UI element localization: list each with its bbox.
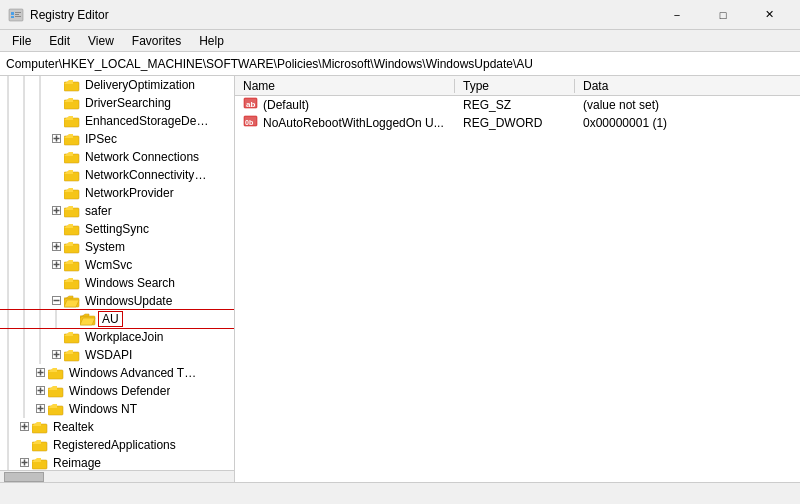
tree-label: Reimage [51, 456, 101, 470]
svg-text:0b: 0b [245, 119, 253, 126]
menu-view[interactable]: View [80, 32, 122, 50]
tree-label: Network Connections [83, 150, 199, 164]
tree-item-delivery[interactable]: DeliveryOptimization [0, 76, 234, 94]
address-bar: Computer\HKEY_LOCAL_MACHINE\SOFTWARE\Pol… [0, 52, 800, 76]
tree-item-wsdapi[interactable]: WSDAPI [0, 346, 234, 364]
tree-item-workplacejoin[interactable]: WorkplaceJoin [0, 328, 234, 346]
app-icon [8, 7, 24, 23]
folder-icon [64, 348, 80, 362]
tree-label: safer [83, 204, 112, 218]
folder-icon [64, 186, 80, 200]
svg-rect-5 [15, 16, 21, 17]
tree-label: System [83, 240, 125, 254]
folder-icon [64, 276, 80, 290]
folder-icon [80, 312, 96, 326]
tree-label: SettingSync [83, 222, 149, 236]
svg-rect-4 [15, 14, 19, 15]
folder-icon [64, 150, 80, 164]
tree-item-driver[interactable]: DriverSearching [0, 94, 234, 112]
tree-label: WSDAPI [83, 348, 132, 362]
tree-label: Windows Search [83, 276, 175, 290]
cell-name: ab (Default) [235, 96, 455, 113]
folder-icon [32, 438, 48, 452]
tree-item-netprovider[interactable]: NetworkProvider [0, 184, 234, 202]
tree-item-enhanced[interactable]: EnhancedStorageDevices [0, 112, 234, 130]
maximize-button[interactable]: □ [700, 0, 746, 30]
tree-label: WcmSvc [83, 258, 132, 272]
folder-icon [32, 456, 48, 470]
tree-label: Windows Defender [67, 384, 170, 398]
folder-icon [64, 78, 80, 92]
tree-label: DeliveryOptimization [83, 78, 195, 92]
tree-item-reimage[interactable]: Reimage [0, 454, 234, 470]
tree-item-winnt[interactable]: Windows NT [0, 400, 234, 418]
reg-value-icon: 0b [243, 114, 259, 131]
table-row[interactable]: ab (Default)REG_SZ(value not set) [235, 96, 800, 114]
tree-horizontal-scrollbar[interactable] [0, 470, 234, 482]
tree-item-wcmsvc[interactable]: WcmSvc [0, 256, 234, 274]
svg-rect-3 [15, 12, 21, 13]
folder-icon [48, 402, 64, 416]
tree-item-winsearch[interactable]: Windows Search [0, 274, 234, 292]
tree-item-au[interactable]: AU [0, 310, 234, 328]
tree-item-regapps[interactable]: RegisteredApplications [0, 436, 234, 454]
tree-item-windefender[interactable]: Windows Defender [0, 382, 234, 400]
folder-icon [64, 204, 80, 218]
tree-label: EnhancedStorageDevices [83, 114, 213, 128]
menu-bar: File Edit View Favorites Help [0, 30, 800, 52]
address-path: Computer\HKEY_LOCAL_MACHINE\SOFTWARE\Pol… [6, 57, 533, 71]
table-body: ab (Default)REG_SZ(value not set) 0b NoA… [235, 96, 800, 132]
tree-label: WindowsUpdate [83, 294, 172, 308]
value-name: (Default) [263, 98, 309, 112]
header-name: Name [235, 79, 455, 93]
cell-data: (value not set) [575, 98, 800, 112]
right-panel: Name Type Data ab (Default)REG_SZ(value … [235, 76, 800, 482]
title-bar: Registry Editor − □ ✕ [0, 0, 800, 30]
main-content: DeliveryOptimization DriverSearching Enh… [0, 76, 800, 482]
title-left: Registry Editor [8, 7, 109, 23]
menu-file[interactable]: File [4, 32, 39, 50]
folder-icon [64, 168, 80, 182]
tree-item-system[interactable]: System [0, 238, 234, 256]
tree-content[interactable]: DeliveryOptimization DriverSearching Enh… [0, 76, 234, 470]
tree-item-netconnstatus[interactable]: NetworkConnectivityStatusIn... [0, 166, 234, 184]
folder-icon [64, 258, 80, 272]
tree-item-netconn[interactable]: Network Connections [0, 148, 234, 166]
tree-panel: DeliveryOptimization DriverSearching Enh… [0, 76, 235, 482]
folder-icon [48, 366, 64, 380]
cell-name: 0b NoAutoRebootWithLoggedOn U... [235, 114, 455, 131]
tree-item-realtek[interactable]: Realtek [0, 418, 234, 436]
tree-label: IPSec [83, 132, 117, 146]
folder-icon [64, 114, 80, 128]
tree-label: NetworkProvider [83, 186, 174, 200]
folder-icon [64, 330, 80, 344]
table-header: Name Type Data [235, 76, 800, 96]
table-row[interactable]: 0b NoAutoRebootWithLoggedOn U...REG_DWOR… [235, 114, 800, 132]
folder-icon [32, 420, 48, 434]
title-controls: − □ ✕ [654, 0, 792, 30]
cell-type: REG_DWORD [455, 116, 575, 130]
tree-item-safer[interactable]: safer [0, 202, 234, 220]
close-button[interactable]: ✕ [746, 0, 792, 30]
menu-favorites[interactable]: Favorites [124, 32, 189, 50]
tree-label: Windows NT [67, 402, 137, 416]
tree-item-ipsec[interactable]: IPSec [0, 130, 234, 148]
tree-label: NetworkConnectivityStatusIn... [83, 168, 213, 182]
minimize-button[interactable]: − [654, 0, 700, 30]
tree-item-winatp[interactable]: Windows Advanced Threat Prote... [0, 364, 234, 382]
tree-item-settingsync[interactable]: SettingSync [0, 220, 234, 238]
tree-label: RegisteredApplications [51, 438, 176, 452]
folder-icon [64, 294, 80, 308]
tree-item-winupdate[interactable]: WindowsUpdate [0, 292, 234, 310]
folder-icon [64, 240, 80, 254]
folder-icon [64, 96, 80, 110]
menu-help[interactable]: Help [191, 32, 232, 50]
folder-icon [48, 384, 64, 398]
cell-data: 0x00000001 (1) [575, 116, 800, 130]
status-bar [0, 482, 800, 504]
value-name: NoAutoRebootWithLoggedOn U... [263, 116, 444, 130]
tree-label: Windows Advanced Threat Prote... [67, 366, 197, 380]
tree-label: DriverSearching [83, 96, 171, 110]
folder-icon [64, 222, 80, 236]
menu-edit[interactable]: Edit [41, 32, 78, 50]
